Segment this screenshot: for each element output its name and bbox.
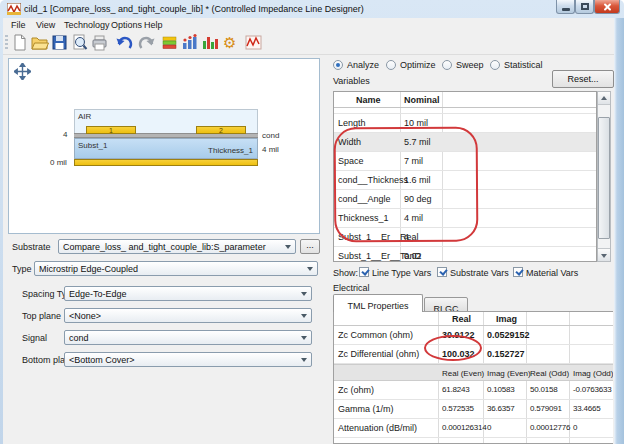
window-title: cild_1 [Compare_loss_ and_tight_couple_l…: [24, 4, 364, 14]
radio-analyze[interactable]: [333, 60, 343, 70]
even-odd-header-row: Real (Even) Imag (Even) Real (Odd) Imag …: [334, 364, 613, 381]
app-icon: [7, 3, 21, 15]
titlebar[interactable]: cild_1 [Compare_loss_ and_tight_couple_l…: [0, 0, 624, 18]
zc-common-row[interactable]: Zc Common (ohm) 30.9122 0.0529152: [334, 326, 613, 345]
radio-sweep-label: Sweep: [456, 60, 484, 71]
reset-button[interactable]: Reset...: [552, 70, 614, 88]
show-label: Show:: [333, 268, 358, 279]
waveform-icon[interactable]: [244, 33, 263, 52]
signal-field-label: Signal: [22, 333, 47, 344]
tab-rlgc[interactable]: RLGC: [424, 297, 468, 312]
maximize-icon: [581, 3, 589, 10]
radio-statistical[interactable]: [490, 60, 500, 70]
minimize-button[interactable]: [556, 0, 575, 14]
conductor-1[interactable]: 1: [86, 126, 136, 134]
open-folder-icon[interactable]: [30, 33, 49, 52]
variables-table-header: Name Nominal: [334, 92, 596, 108]
variables-row-cond-angle[interactable]: cond__Angle90 deg: [334, 190, 596, 209]
variables-row-space[interactable]: Space7 mil: [334, 152, 596, 171]
top-dim-label: 4: [63, 130, 67, 139]
variables-row-cond-thickness[interactable]: cond__Thickness1.6 mil: [334, 171, 596, 190]
radio-optimize-label: Optimize: [400, 60, 436, 71]
menubar: File View Technology Options Help: [3, 18, 614, 31]
variables-row-er-tand[interactable]: Subst_1__Er__TanD0.02: [334, 247, 596, 266]
electrical-section-label: Electrical: [333, 283, 370, 294]
variables-table[interactable]: Name Nominal Length10 mil Width5.7 mil S…: [333, 91, 597, 262]
chevron-down-icon: [301, 358, 307, 362]
bottom-cover-layer[interactable]: [74, 159, 258, 166]
toolbar-grip[interactable]: [5, 35, 8, 51]
minimize-icon: [562, 8, 570, 11]
substrate-layer[interactable]: Subst_1 Thickness_1: [74, 138, 258, 159]
conductor-2[interactable]: 2: [196, 126, 246, 134]
scroll-down-arrow[interactable]: [598, 248, 610, 261]
cross-section-canvas[interactable]: AIR 1 2 Subst_1 Thickness_1 4 0 mil cond…: [8, 58, 320, 234]
maximize-button[interactable]: [575, 0, 594, 14]
variables-row-thickness-1[interactable]: Thickness_14 mil: [334, 209, 596, 228]
checkbox-material-vars-label: Material Vars: [526, 268, 578, 279]
menu-help[interactable]: Help: [144, 20, 163, 30]
column-chart-icon[interactable]: [200, 33, 219, 52]
type-combobox[interactable]: Microstrip Edge-Coupled: [34, 261, 318, 276]
signal-combobox[interactable]: cond: [64, 330, 312, 345]
checkbox-line-type-vars[interactable]: [359, 267, 369, 277]
new-document-icon[interactable]: [10, 33, 29, 52]
thickness-value-label: 4 mil: [262, 145, 279, 154]
toolbar: ⚙: [3, 31, 614, 55]
tab-tml-properties[interactable]: TML Properties: [333, 294, 423, 312]
menu-options[interactable]: Options: [111, 20, 142, 30]
chevron-down-icon: [301, 292, 307, 296]
col-real-odd: Real (Odd): [530, 369, 569, 379]
substrate-label: Subst_1: [78, 141, 107, 150]
scroll-up-arrow[interactable]: [598, 92, 610, 105]
bottom-plane-combobox[interactable]: <Bottom Cover>: [64, 352, 312, 367]
substrate-field-label: Substrate: [12, 242, 51, 253]
col-imag-even: Imag (Even): [487, 369, 531, 379]
cond-layer-label: cond: [262, 131, 279, 140]
substrate-browse-button[interactable]: ...: [300, 239, 320, 254]
print-preview-icon[interactable]: [70, 33, 89, 52]
bar-chart-markers-icon[interactable]: [180, 33, 199, 52]
close-button[interactable]: [594, 0, 620, 14]
variables-scrollbar[interactable]: [597, 91, 611, 262]
scroll-thumb[interactable]: [598, 117, 610, 239]
spacing-type-combobox[interactable]: Edge-To-Edge: [64, 286, 312, 301]
print-icon[interactable]: [90, 33, 109, 52]
variables-row-width[interactable]: Width5.7 mil: [334, 133, 596, 152]
settings-gear-icon[interactable]: ⚙: [223, 33, 242, 52]
zc-row[interactable]: Zc (ohm) 61.8243 0.10583 50.0158 -0.0763…: [334, 381, 613, 400]
top-plane-combobox[interactable]: <None>: [64, 308, 312, 323]
radio-analyze-label: Analyze: [347, 60, 379, 71]
app-window: cild_1 [Compare_loss_ and_tight_couple_l…: [0, 0, 624, 444]
electrical-header-row: Real Imag: [334, 312, 613, 326]
menu-technology[interactable]: Technology: [64, 20, 110, 30]
zc-differential-row[interactable]: Zc Differential (ohm) 100.032 0.152727: [334, 345, 613, 364]
chevron-down-icon: [301, 336, 307, 340]
attenuation-db-row[interactable]: Attenuation (dB) 0.00126314 0 0.0012776 …: [334, 438, 613, 444]
checkbox-substrate-vars[interactable]: [437, 267, 447, 277]
chevron-down-icon: [285, 245, 291, 249]
move-cursor-icon[interactable]: [14, 63, 31, 80]
menu-view[interactable]: View: [36, 20, 55, 30]
col-imag: Imag: [496, 314, 517, 325]
attenuation-per-mil-row[interactable]: Attenuation (dB/mil) 0.000126314 0 0.000…: [334, 419, 613, 438]
col-real-even: Real (Even): [442, 369, 484, 379]
substrate-combobox[interactable]: Compare_loss_ and_tight_couple_lib:S_par…: [58, 239, 296, 254]
radio-sweep[interactable]: [442, 60, 452, 70]
air-label: AIR: [78, 112, 91, 121]
save-icon[interactable]: [50, 33, 69, 52]
redo-icon[interactable]: [137, 33, 156, 52]
substrate-stack-icon[interactable]: [160, 33, 179, 52]
menu-file[interactable]: File: [11, 20, 26, 30]
variables-row-er-real[interactable]: Subst_1__Er__Real4: [334, 228, 596, 247]
undo-icon[interactable]: [115, 33, 134, 52]
checkbox-substrate-vars-label: Substrate Vars: [450, 268, 509, 279]
radio-optimize[interactable]: [386, 60, 396, 70]
col-nominal: Nominal: [404, 95, 440, 106]
gamma-row[interactable]: Gamma (1/m) 0.572535 36.6357 0.579091 33…: [334, 400, 613, 419]
bottom-dim-label: 0 mil: [50, 158, 67, 167]
checkbox-material-vars[interactable]: [513, 267, 523, 277]
window-border: [614, 18, 624, 444]
variables-row-length[interactable]: Length10 mil: [334, 114, 596, 133]
electrical-table[interactable]: Real Imag Zc Common (ohm) 30.9122 0.0529…: [333, 311, 613, 444]
